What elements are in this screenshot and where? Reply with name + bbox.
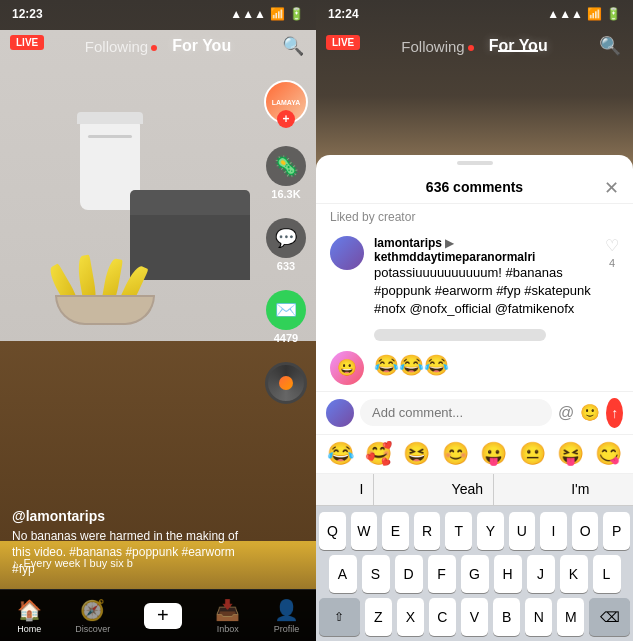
follow-plus-btn[interactable]: +	[277, 110, 295, 128]
input-avatar	[326, 399, 354, 427]
comments-sheet: 636 comments ✕ Liked by creator lamontar…	[316, 155, 633, 641]
nav-foryou-left[interactable]: For You	[172, 37, 231, 55]
key-g[interactable]: G	[461, 555, 489, 593]
emoji-tongue[interactable]: 😛	[480, 441, 507, 467]
key-z[interactable]: Z	[365, 598, 392, 636]
status-bar-right: 12:24 ▲▲▲ 📶 🔋	[316, 0, 633, 28]
nav-discover[interactable]: 🧭 Discover	[75, 598, 110, 634]
comment-count: 633	[277, 260, 295, 272]
blurred-comment	[316, 325, 633, 345]
nav-following-right[interactable]: Following	[401, 38, 473, 55]
comment-icon: 💬	[266, 218, 306, 258]
status-icons-right: ▲▲▲ 📶 🔋	[547, 7, 621, 21]
message-icon: ✉️	[266, 290, 306, 330]
bottom-nav-left: 🏠 Home 🧭 Discover + 📥 Inbox 👤 Profile	[0, 589, 316, 641]
status-icons-left: ▲▲▲ 📶 🔋	[230, 7, 304, 21]
search-icon-left[interactable]: 🔍	[282, 35, 304, 57]
nav-foryou-right[interactable]: For You	[489, 37, 548, 55]
key-q[interactable]: Q	[319, 512, 346, 550]
key-k[interactable]: K	[560, 555, 588, 593]
nav-inbox[interactable]: 📥 Inbox	[215, 598, 240, 634]
emoji-laugh2[interactable]: 😆	[403, 441, 430, 467]
signal-icon-right: ▲▲▲	[547, 7, 583, 21]
message-count: 4479	[274, 332, 298, 344]
like-count-1: 4	[609, 257, 615, 269]
status-bar-left: 12:23 ▲▲▲ 📶 🔋	[0, 0, 316, 28]
wifi-icon-right: 📶	[587, 7, 602, 21]
inbox-icon: 📥	[215, 598, 240, 622]
message-action[interactable]: ✉️ 4479	[266, 290, 306, 344]
key-f[interactable]: F	[428, 555, 456, 593]
key-delete[interactable]: ⌫	[589, 598, 630, 636]
comment-input[interactable]	[360, 399, 552, 426]
key-x[interactable]: X	[397, 598, 424, 636]
key-m[interactable]: M	[557, 598, 584, 636]
suggestion-yeah[interactable]: Yeah	[442, 474, 494, 505]
home-icon: 🏠	[17, 598, 42, 622]
key-l[interactable]: L	[593, 555, 621, 593]
profile-label: Profile	[274, 624, 300, 634]
suggestion-i[interactable]: I	[350, 474, 375, 505]
key-e[interactable]: E	[382, 512, 409, 550]
time-left: 12:23	[12, 7, 43, 21]
key-r[interactable]: R	[414, 512, 441, 550]
comment-action[interactable]: 💬 633	[266, 218, 306, 272]
music-disc[interactable]	[265, 362, 307, 404]
emoji-yum[interactable]: 😋	[595, 441, 622, 467]
emoji-smile[interactable]: 😊	[442, 441, 469, 467]
nav-following-left[interactable]: Following	[85, 38, 157, 55]
search-icon-right[interactable]: 🔍	[599, 35, 621, 57]
key-j[interactable]: J	[527, 555, 555, 593]
emoji-picker-icon[interactable]: 🙂	[580, 403, 600, 422]
emoji-laughing[interactable]: 😂	[327, 441, 354, 467]
key-t[interactable]: T	[445, 512, 472, 550]
creator-username: @lamontarips	[12, 508, 244, 524]
key-b[interactable]: B	[493, 598, 520, 636]
create-plus-btn[interactable]: +	[144, 603, 182, 629]
key-s[interactable]: S	[362, 555, 390, 593]
key-v[interactable]: V	[461, 598, 488, 636]
key-d[interactable]: D	[395, 555, 423, 593]
key-c[interactable]: C	[429, 598, 456, 636]
send-button-top[interactable]: ↑	[606, 398, 623, 428]
right-panel: 12:24 ▲▲▲ 📶 🔋 LIVE Following For You 🔍 6…	[316, 0, 633, 641]
key-y[interactable]: Y	[477, 512, 504, 550]
emoji-wink[interactable]: 😝	[557, 441, 584, 467]
comment-item-1: lamontarips ▶ kethmddaytimeparanormalri …	[316, 230, 633, 325]
key-n[interactable]: N	[525, 598, 552, 636]
emoji-love[interactable]: 🥰	[365, 441, 392, 467]
nav-profile[interactable]: 👤 Profile	[274, 598, 300, 634]
like-action[interactable]: 🦠 16.3K	[266, 146, 306, 200]
suggestion-im[interactable]: I'm	[561, 474, 599, 505]
comment-avatar-2: 😀	[330, 351, 364, 385]
battery-icon: 🔋	[289, 7, 304, 21]
nav-underline-right	[498, 50, 538, 52]
nav-create[interactable]: +	[144, 603, 182, 629]
emoji-neutral[interactable]: 😐	[519, 441, 546, 467]
key-p[interactable]: P	[603, 512, 630, 550]
key-w[interactable]: W	[351, 512, 378, 550]
kb-row-1: Q W E R T Y U I O P	[319, 512, 630, 550]
time-right: 12:24	[328, 7, 359, 21]
key-u[interactable]: U	[509, 512, 536, 550]
battery-icon-right: 🔋	[606, 7, 621, 21]
at-icon[interactable]: @	[558, 404, 574, 422]
heart-icon-1[interactable]: ♡	[605, 236, 619, 255]
key-o[interactable]: O	[572, 512, 599, 550]
key-h[interactable]: H	[494, 555, 522, 593]
comment-item-2: 😀 😂😂😂	[316, 345, 633, 391]
comment-avatar-1	[330, 236, 364, 270]
close-icon[interactable]: ✕	[604, 177, 619, 199]
key-shift[interactable]: ⇧	[319, 598, 360, 636]
live-dot-left	[151, 45, 157, 51]
keyboard-suggestions: I Yeah I'm	[316, 474, 633, 506]
nav-home[interactable]: 🏠 Home	[17, 598, 42, 634]
key-a[interactable]: A	[329, 555, 357, 593]
comment-body-2: 😂😂😂	[374, 351, 619, 379]
left-panel: 12:23 ▲▲▲ 📶 🔋 LIVE Following For You 🔍 L…	[0, 0, 316, 641]
keyboard-area: I Yeah I'm Q W E R T Y U I O P	[316, 474, 633, 641]
key-i[interactable]: I	[540, 512, 567, 550]
kb-row-2: A S D F G H J K L	[319, 555, 630, 593]
wifi-icon: 📶	[270, 7, 285, 21]
blurred-bar	[374, 329, 546, 341]
